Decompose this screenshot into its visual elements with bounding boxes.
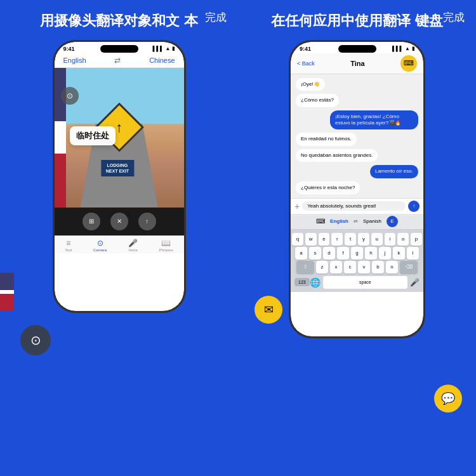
contact-name: Tina [315, 60, 400, 67]
kb-lang2[interactable]: Spanish [363, 218, 381, 224]
status-icons-left: ▌▌▌ ▲ ▮ [153, 46, 175, 51]
key-x[interactable]: x [330, 261, 342, 274]
grid-button[interactable]: ⊞ [83, 213, 100, 230]
close-button[interactable]: ✕ [110, 213, 128, 230]
key-e[interactable]: e [319, 233, 330, 246]
signal-icon-r: ▌▌▌ [392, 46, 403, 51]
msg-2: ¿Cómo estás? [296, 94, 339, 107]
time-left: 9:41 [63, 46, 75, 52]
tab-phrases-label: Phrases [159, 248, 173, 252]
tab-bar-left: ≡ Text ⊙ Camera 🎤 Voice 📖 Phrases [55, 235, 184, 253]
battery-icon-r: ▮ [412, 46, 414, 51]
key-p[interactable]: p [411, 233, 422, 246]
key-delete[interactable]: ⌫ [400, 261, 418, 274]
key-l[interactable]: l [407, 247, 419, 260]
share-button[interactable]: ↑ [138, 213, 156, 230]
key-y[interactable]: y [358, 233, 369, 246]
left-panel: 完成 用摄像头翻译对象和文 本 9:41 ▌▌▌ ▲ ▮ English ⇄ C… [0, 0, 238, 476]
key-mic[interactable]: 🎤 [410, 278, 420, 287]
key-n[interactable]: n [386, 261, 398, 274]
translation-bubble: 临时住处 [70, 126, 116, 145]
key-s[interactable]: s [309, 247, 321, 260]
right-panel: 完成 在任何应用中使用翻译 键盘 9:41 ▌▌▌ ▲ ▮ < Back Tin… [238, 0, 476, 476]
camera-view: ↑ LODGING NEXT EXIT 临时住处 ⊙ [55, 68, 184, 208]
arrow-icon: ↑ [116, 119, 122, 135]
lang-bar: English ⇄ Chinese [55, 53, 184, 68]
key-123[interactable]: 123 [294, 278, 310, 286]
tab-camera[interactable]: ⊙ Camera [93, 239, 107, 252]
input-text: Yeah absolutely, sounds great! [307, 203, 376, 209]
floating-mail-icon[interactable]: ✉ [255, 296, 282, 324]
keyboard-toggle-button[interactable]: ⌨ [400, 55, 417, 72]
phone-mockup-right: 9:41 ▌▌▌ ▲ ▮ < Back Tina ⌨ ¡Oye!👋 ¿Cómo … [289, 40, 425, 338]
lang-from-btn[interactable]: English [63, 56, 86, 64]
flag-white [55, 121, 66, 154]
key-v[interactable]: v [358, 261, 370, 274]
key-emoji[interactable]: 🌐 [310, 277, 321, 288]
message-input[interactable]: Yeah absolutely, sounds great! [302, 201, 406, 211]
key-i[interactable]: i [385, 233, 396, 246]
key-r[interactable]: r [331, 233, 343, 246]
dynamic-island-right [338, 45, 376, 53]
panel2-title: 在任何应用中使用翻译 键盘 [252, 0, 461, 37]
bottom-controls: ⊞ ✕ ↑ [55, 208, 184, 235]
tab-voice-label: Voice [128, 248, 138, 252]
key-b[interactable]: b [372, 261, 384, 274]
kb-icon-left: ⌨ [316, 218, 325, 225]
keyboard-area: q w e r t y u i o p a s d f g h [291, 230, 423, 292]
flag-red-float [0, 294, 14, 311]
kb-lang1[interactable]: English [330, 218, 348, 224]
key-k[interactable]: k [393, 247, 405, 260]
tab-camera-label: Camera [93, 248, 107, 252]
tab-voice[interactable]: 🎤 Voice [128, 239, 138, 252]
key-q[interactable]: q [292, 233, 303, 246]
wifi-icon-r: ▲ [405, 46, 410, 51]
tab-phrases[interactable]: 📖 Phrases [159, 239, 173, 252]
send-button[interactable]: ↑ [408, 201, 420, 212]
key-c[interactable]: c [344, 261, 356, 274]
signal-icon: ▌▌▌ [153, 46, 164, 51]
kb-row-2: a s d f g h j k l [292, 247, 422, 260]
status-icons-right: ▌▌▌ ▲ ▮ [392, 46, 414, 51]
phone-screen-right: 9:41 ▌▌▌ ▲ ▮ < Back Tina ⌨ ¡Oye!👋 ¿Cómo … [291, 42, 423, 336]
camera-circle-button[interactable]: ⊙ [61, 87, 79, 105]
key-f[interactable]: f [337, 247, 349, 260]
key-j[interactable]: j [379, 247, 391, 260]
key-h[interactable]: h [365, 247, 377, 260]
key-w[interactable]: w [305, 233, 317, 246]
key-a[interactable]: a [295, 247, 307, 260]
plus-icon[interactable]: + [294, 201, 300, 211]
key-u[interactable]: u [371, 233, 383, 246]
kb-swap-icon[interactable]: ⇄ [354, 218, 358, 224]
key-o[interactable]: o [397, 233, 409, 246]
time-right: 9:41 [300, 46, 311, 52]
messages-area: ¡Oye!👋 ¿Cómo estás? ¡Estoy bien, gracias… [291, 74, 423, 198]
floating-camera-icon[interactable]: ⊙ [20, 325, 51, 355]
floating-flag-left [0, 273, 14, 311]
msg-6: Lamento oír eso. [370, 165, 418, 178]
lang-to-btn[interactable]: Chinese [149, 56, 175, 64]
key-space[interactable]: space [323, 276, 407, 289]
kb-bottom-row: 123 🌐 space 🎤 [292, 275, 422, 290]
key-t[interactable]: t [345, 233, 356, 246]
key-shift[interactable]: ⇧ [296, 261, 314, 274]
tab-text[interactable]: ≡ Text [65, 239, 72, 252]
wifi-icon: ▲ [166, 46, 171, 51]
floating-chat-icon[interactable]: 💬 [434, 385, 462, 413]
swap-icon[interactable]: ⇄ [114, 56, 121, 65]
msg-1: ¡Oye!👋 [296, 78, 325, 91]
text-tab-icon: ≡ [66, 239, 70, 248]
done-button-left[interactable]: 完成 [205, 10, 227, 25]
translated-text: 临时住处 [76, 131, 109, 140]
kb-row-1: q w e r t y u i o p [292, 233, 422, 246]
key-g[interactable]: g [351, 247, 363, 260]
back-button[interactable]: < Back [297, 60, 315, 67]
msg-4: En realidad no fuimos. [296, 133, 357, 145]
msg-7: ¿Quieres ir esta noche? [296, 182, 360, 194]
key-z[interactable]: z [316, 261, 328, 274]
key-d[interactable]: d [323, 247, 335, 260]
done-button-right[interactable]: 完成 [443, 10, 465, 25]
kb-active-lang-badge: E [387, 216, 398, 227]
panel1-title: 用摄像头翻译对象和文 本 [21, 0, 216, 37]
msg-3: ¡Estoy bien, gracias! ¿Cómo estuvo la pe… [330, 110, 418, 130]
